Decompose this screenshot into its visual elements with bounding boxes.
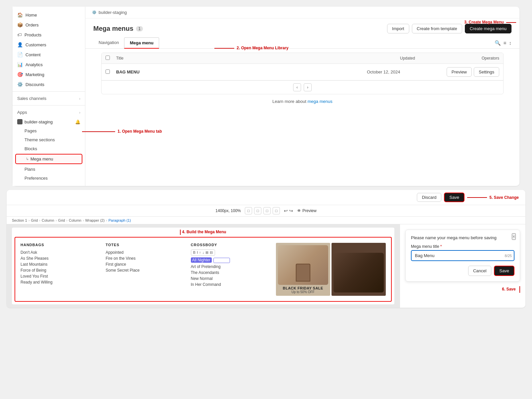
mega-menus-table: Title Updated Operators BAG MENU October… <box>101 53 504 94</box>
analytics-icon: 📊 <box>17 62 23 67</box>
view-icon-2[interactable]: □ <box>254 207 261 214</box>
bell-icon: 🔔 <box>75 119 80 124</box>
save-editor-button[interactable]: Save <box>444 193 465 202</box>
handbags-column: HANDBAGS Don't Ask As She Pleases Last M… <box>21 243 99 296</box>
bottom-panel: Discard Save 5. Save Change 1400px, 100%… <box>7 190 525 308</box>
mega-menus-actions: Import Create from template Create mega … <box>387 24 511 33</box>
table-pagination: ‹ › <box>102 80 503 94</box>
eye-icon: 👁 <box>297 208 301 213</box>
app-icon <box>17 119 22 124</box>
create-mega-menu-button[interactable]: Create mega menu <box>465 24 511 33</box>
mega-menus-link[interactable]: mega menus <box>308 99 332 104</box>
sidebar-item-analytics[interactable]: 📊 Analytics <box>13 60 85 69</box>
sidebar-sub-mega-menu[interactable]: ↳ Mega menu <box>15 154 82 164</box>
sidebar-item-discounts[interactable]: ⚙️ Discounts <box>13 79 85 89</box>
main-content: ⚙️ builder-staging Mega menus 1 Import C… <box>85 7 519 186</box>
sidebar-sub-blocks[interactable]: Blocks <box>13 144 85 153</box>
image-box-1: BLACK FRIDAY SALE Up to 50% OFF <box>276 243 330 296</box>
editor-toolbar: Discard Save 5. Save Change <box>7 190 525 205</box>
view-icon-1[interactable]: □ <box>245 207 252 214</box>
row-checkbox[interactable] <box>106 69 110 74</box>
sort-icon[interactable]: ↕ <box>509 40 512 46</box>
right-panel: Please name your mega menu before saving… <box>400 224 525 308</box>
filter-icon[interactable]: ≡ <box>504 40 507 46</box>
annotation-5: 5. Save Change <box>467 195 519 200</box>
mega-menu-preview: HANDBAGS Don't Ask As She Pleases Last M… <box>15 237 392 302</box>
view-icon-4[interactable]: □ <box>273 207 280 214</box>
preview-button[interactable]: Preview <box>447 67 472 77</box>
annotation-2: 2. Open Mega Menu Library <box>214 46 288 50</box>
sidebar-item-marketing[interactable]: 🎯 Marketing <box>13 69 85 79</box>
discounts-icon: ⚙️ <box>17 82 23 87</box>
settings-button[interactable]: Settings <box>474 67 499 77</box>
sidebar-item-home[interactable]: 🏠 Home <box>13 10 85 20</box>
prev-page-button[interactable]: ‹ <box>293 83 301 91</box>
save-dialog: Please name your mega menu before saving… <box>405 230 520 282</box>
breadcrumb-path: Section 1 › Grid › Column › Grid › Colum… <box>7 217 525 224</box>
next-page-button[interactable]: › <box>304 83 312 91</box>
char-count: 8/25 <box>505 254 512 258</box>
annotation-4: 4. Build the Mega Menu <box>12 228 394 237</box>
mega-menus-header: Mega menus 1 Import Create from template… <box>85 19 519 37</box>
app-builder-staging: builder-staging 🔔 <box>13 117 85 126</box>
editor-toolbar-right: Discard Save 5. Save Change <box>417 193 519 202</box>
undo-redo: ↩ ↪ <box>284 208 293 213</box>
sidebar-sub-plans[interactable]: Plans <box>13 165 85 174</box>
discard-button[interactable]: Discard <box>417 193 441 202</box>
tab-navigation[interactable]: Navigation <box>93 37 124 49</box>
sidebar-item-products[interactable]: 🏷 Products <box>13 30 85 40</box>
bag-image-1 <box>278 245 328 285</box>
sidebar-sub-theme-sections[interactable]: Theme sections <box>13 135 85 144</box>
float-edit-toolbar: BI↑↓⊞⊟ <box>191 249 215 256</box>
content-icon: 📄 <box>17 52 23 57</box>
tab-mega-menu[interactable]: Mega menu <box>124 37 159 49</box>
chevron-right-icon-2: › <box>79 111 80 114</box>
canvas-frame: 4. Build the Mega Menu HANDBAGS Don't As… <box>12 228 394 304</box>
redo-button[interactable]: ↪ <box>289 208 293 213</box>
mega-menus-title: Mega menus 1 <box>93 25 143 32</box>
search-icon[interactable]: 🔍 <box>495 40 501 46</box>
sidebar-item-customers[interactable]: 👤 Customers <box>13 40 85 50</box>
preview-button-editor[interactable]: 👁 Preview <box>297 208 317 213</box>
sidebar: 🏠 Home 📦 Orders 🏷 Products 👤 Customers 📄… <box>13 7 85 186</box>
undo-button[interactable]: ↩ <box>284 208 288 213</box>
mm-footer: Learn more about mega menus <box>85 94 519 109</box>
tabs-left: Navigation Mega menu <box>93 37 159 48</box>
import-button[interactable]: Import <box>387 24 409 33</box>
orders-icon: 📦 <box>17 22 23 27</box>
sales-channels-section[interactable]: Sales channels › <box>13 94 85 103</box>
editor-sub-toolbar: 1400px, 100% □ □ □ □ ↩ ↪ 👁 Preview <box>7 205 525 217</box>
customers-icon: 👤 <box>17 42 23 47</box>
annotation-6: 6. Save <box>405 286 520 293</box>
editor-layout: 4. Build the Mega Menu HANDBAGS Don't As… <box>7 224 525 308</box>
viewport-info: 1400px, 100% <box>215 208 241 213</box>
grid-icon: ⚙️ <box>92 10 97 15</box>
sidebar-item-orders[interactable]: 📦 Orders <box>13 20 85 30</box>
canvas-area: 4. Build the Mega Menu HANDBAGS Don't As… <box>7 224 400 308</box>
products-icon: 🏷 <box>17 32 22 37</box>
select-all-checkbox[interactable] <box>106 56 110 60</box>
cancel-button[interactable]: Cancel <box>468 266 491 276</box>
sidebar-item-content[interactable]: 📄 Content <box>13 50 85 60</box>
form-input-wrap: 8/25 <box>411 250 514 261</box>
sidebar-sub-pages[interactable]: Pages <box>13 126 85 135</box>
save-dialog-title: Please name your mega menu before saving <box>411 235 514 240</box>
bag-image-2 <box>333 253 384 292</box>
totes-column: TOTES Appointed Fire on the Vines First … <box>106 243 184 296</box>
dialog-close-button[interactable]: × <box>512 233 516 240</box>
apps-section[interactable]: Apps › <box>13 108 85 117</box>
save-dialog-button[interactable]: Save <box>494 266 514 276</box>
mega-menu-title-input[interactable] <box>411 250 514 261</box>
breadcrumb-bar: ⚙️ builder-staging <box>85 7 519 19</box>
annotation-1: 1. Open Mega Menu tab <box>82 129 162 134</box>
mega-menu-title-label: Mega menu title * <box>411 244 514 249</box>
mega-menu-columns: HANDBAGS Don't Ask As She Pleases Last M… <box>21 243 386 296</box>
sidebar-sub-preferences[interactable]: Preferences <box>13 174 85 183</box>
marketing-icon: 🎯 <box>17 72 23 77</box>
view-icon-3[interactable]: □ <box>263 207 271 214</box>
chevron-right-icon: › <box>79 97 80 101</box>
home-icon: 🏠 <box>17 12 23 18</box>
create-from-template-button[interactable]: Create from template <box>412 24 462 33</box>
divider-2 <box>13 105 85 106</box>
tabs-row: Navigation Mega menu 🔍 ≡ ↕ <box>85 37 519 49</box>
